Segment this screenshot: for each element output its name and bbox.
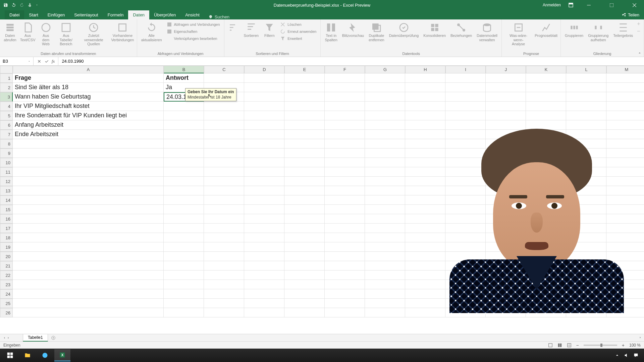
cell-F22[interactable] <box>325 270 365 280</box>
cell-G6[interactable] <box>365 120 405 130</box>
cell-D22[interactable] <box>244 270 284 280</box>
cell-L21[interactable] <box>566 261 606 270</box>
cell-E26[interactable] <box>284 308 325 317</box>
row-header[interactable]: 16 <box>0 214 13 224</box>
cell-M7[interactable] <box>606 130 644 139</box>
cell-C12[interactable] <box>204 177 244 186</box>
cell-D13[interactable] <box>244 186 284 195</box>
cell-C20[interactable] <box>204 252 244 261</box>
cell-G21[interactable] <box>365 261 405 270</box>
cell-H17[interactable] <box>405 224 445 233</box>
data-validation-button[interactable]: Datenüberprüfung <box>388 21 420 39</box>
cell-C26[interactable] <box>204 308 244 317</box>
cell-I17[interactable] <box>445 224 486 233</box>
cell-M18[interactable] <box>606 233 644 242</box>
cell-D23[interactable] <box>244 280 284 289</box>
cell-K8[interactable] <box>526 139 566 148</box>
cell-B19[interactable] <box>164 242 204 252</box>
cell-L3[interactable] <box>566 92 606 102</box>
cell-K13[interactable] <box>526 186 566 195</box>
cell-E14[interactable] <box>284 195 325 205</box>
cell-K7[interactable] <box>526 130 566 139</box>
cell-E1[interactable] <box>284 73 325 83</box>
cell-L17[interactable] <box>566 224 606 233</box>
cell-I6[interactable] <box>445 120 486 130</box>
tab-ansicht[interactable]: Ansicht <box>180 10 204 19</box>
cell-M13[interactable] <box>606 186 644 195</box>
row-header[interactable]: 6 <box>0 120 13 130</box>
cell-J9[interactable] <box>486 148 526 158</box>
cell-A9[interactable] <box>13 148 164 158</box>
column-header[interactable]: D <box>244 66 284 73</box>
cell-L2[interactable] <box>566 83 606 92</box>
cell-C19[interactable] <box>204 242 244 252</box>
cell-H18[interactable] <box>405 233 445 242</box>
cell-D18[interactable] <box>244 233 284 242</box>
cell-I23[interactable] <box>445 280 486 289</box>
cell-B1[interactable]: Antwort <box>164 73 204 83</box>
cell-K2[interactable] <box>526 83 566 92</box>
cell-G1[interactable] <box>365 73 405 83</box>
cell-A7[interactable]: Ende Arbeitszeit <box>13 130 164 139</box>
cell-A10[interactable] <box>13 158 164 167</box>
cell-G10[interactable] <box>365 158 405 167</box>
cell-D8[interactable] <box>244 139 284 148</box>
column-header[interactable]: A <box>13 66 164 73</box>
cell-K12[interactable] <box>526 177 566 186</box>
cell-H9[interactable] <box>405 148 445 158</box>
cell-L1[interactable] <box>566 73 606 83</box>
tell-me-search[interactable]: Suchen <box>204 14 233 19</box>
data-model-button[interactable]: Datenmodell verwalten <box>475 21 499 43</box>
cell-A26[interactable] <box>13 308 164 317</box>
cell-H16[interactable] <box>405 214 445 224</box>
volume-icon[interactable] <box>624 353 629 358</box>
cell-H19[interactable] <box>405 242 445 252</box>
row-header[interactable]: 25 <box>0 299 13 308</box>
cell-A23[interactable] <box>13 280 164 289</box>
chevron-down-icon[interactable] <box>28 60 31 63</box>
column-header[interactable]: C <box>204 66 244 73</box>
cell-K22[interactable] <box>526 270 566 280</box>
cell-M16[interactable] <box>606 214 644 224</box>
column-header[interactable]: G <box>365 66 405 73</box>
cell-J5[interactable] <box>486 111 526 120</box>
cell-L13[interactable] <box>566 186 606 195</box>
cell-B22[interactable] <box>164 270 204 280</box>
page-layout-view-icon[interactable] <box>557 343 562 348</box>
cell-G8[interactable] <box>365 139 405 148</box>
cell-H13[interactable] <box>405 186 445 195</box>
cell-E8[interactable] <box>284 139 325 148</box>
cell-B6[interactable] <box>164 120 204 130</box>
cell-J17[interactable] <box>486 224 526 233</box>
cell-G3[interactable] <box>365 92 405 102</box>
cell-E9[interactable] <box>284 148 325 158</box>
cell-I12[interactable] <box>445 177 486 186</box>
touch-mode-icon[interactable] <box>28 3 32 7</box>
cell-G2[interactable] <box>365 83 405 92</box>
refresh-all-button[interactable]: Alle aktualisieren <box>140 21 163 43</box>
cell-M26[interactable] <box>606 308 644 317</box>
cell-E6[interactable] <box>284 120 325 130</box>
cell-L11[interactable] <box>566 167 606 177</box>
cell-J16[interactable] <box>486 214 526 224</box>
insert-function-button[interactable]: fx <box>52 59 55 64</box>
cell-F1[interactable] <box>325 73 365 83</box>
cell-K24[interactable] <box>526 289 566 299</box>
cell-K21[interactable] <box>526 261 566 270</box>
cell-K15[interactable] <box>526 205 566 214</box>
tab-einfugen[interactable]: Einfügen <box>43 10 69 19</box>
cell-B15[interactable] <box>164 205 204 214</box>
start-button[interactable] <box>2 349 18 361</box>
row-header[interactable]: 2 <box>0 83 13 92</box>
get-data-button[interactable]: Daten abrufen <box>3 21 17 43</box>
cell-G20[interactable] <box>365 252 405 261</box>
cell-I1[interactable] <box>445 73 486 83</box>
cell-J14[interactable] <box>486 195 526 205</box>
cell-M21[interactable] <box>606 261 644 270</box>
cell-M23[interactable] <box>606 280 644 289</box>
cell-G13[interactable] <box>365 186 405 195</box>
cell-G11[interactable] <box>365 167 405 177</box>
cell-K14[interactable] <box>526 195 566 205</box>
cell-B10[interactable] <box>164 158 204 167</box>
cell-A24[interactable] <box>13 289 164 299</box>
